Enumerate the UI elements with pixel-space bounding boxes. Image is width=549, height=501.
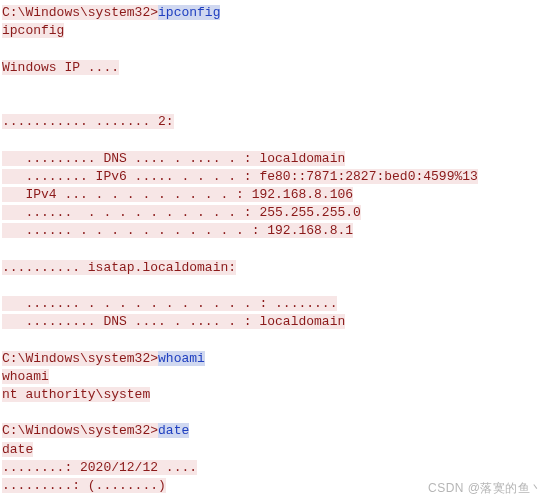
command-line: C:\Windows\system32>whoami [2, 350, 547, 368]
blank-line [2, 240, 547, 258]
command-text: ipconfig [158, 5, 220, 20]
terminal-output: C:\Windows\system32>ipconfigipconfig Win… [0, 0, 549, 499]
blank-line [2, 277, 547, 295]
output-line: ...... . . . . . . . . . . : 255.255.255… [2, 204, 547, 222]
output-line: ......... DNS .... . .... . : localdomai… [2, 313, 547, 331]
output-line: nt authority\system [2, 386, 547, 404]
output-line: ........: 2020/12/12 .... [2, 459, 547, 477]
watermark-text: CSDN @落寞的鱼丶 [428, 480, 543, 497]
blank-line [2, 331, 547, 349]
prompt-text: C:\Windows\system32> [2, 351, 158, 366]
command-text: whoami [158, 351, 205, 366]
command-text: date [158, 423, 189, 438]
output-line: ...... . . . . . . . . . . . : 192.168.8… [2, 222, 547, 240]
output-line: ........ IPv6 ..... . . . . : fe80::7871… [2, 168, 547, 186]
blank-line [2, 404, 547, 422]
echo-line: ipconfig [2, 22, 547, 40]
prompt-text: C:\Windows\system32> [2, 5, 158, 20]
output-line: .......... isatap.localdomain: [2, 259, 547, 277]
output-line: Windows IP .... [2, 59, 547, 77]
command-line: C:\Windows\system32>date [2, 422, 547, 440]
output-line: ......... DNS .... . .... . : localdomai… [2, 150, 547, 168]
output-line: IPv4 ... . . . . . . . . . : 192.168.8.1… [2, 186, 547, 204]
echo-line: whoami [2, 368, 547, 386]
blank-line [2, 77, 547, 95]
blank-line [2, 131, 547, 149]
prompt-text: C:\Windows\system32> [2, 423, 158, 438]
blank-line [2, 40, 547, 58]
echo-line: date [2, 441, 547, 459]
command-line: C:\Windows\system32>ipconfig [2, 4, 547, 22]
output-line: ....... . . . . . . . . . . . : ........ [2, 295, 547, 313]
blank-line [2, 95, 547, 113]
output-line: ........... ....... 2: [2, 113, 547, 131]
